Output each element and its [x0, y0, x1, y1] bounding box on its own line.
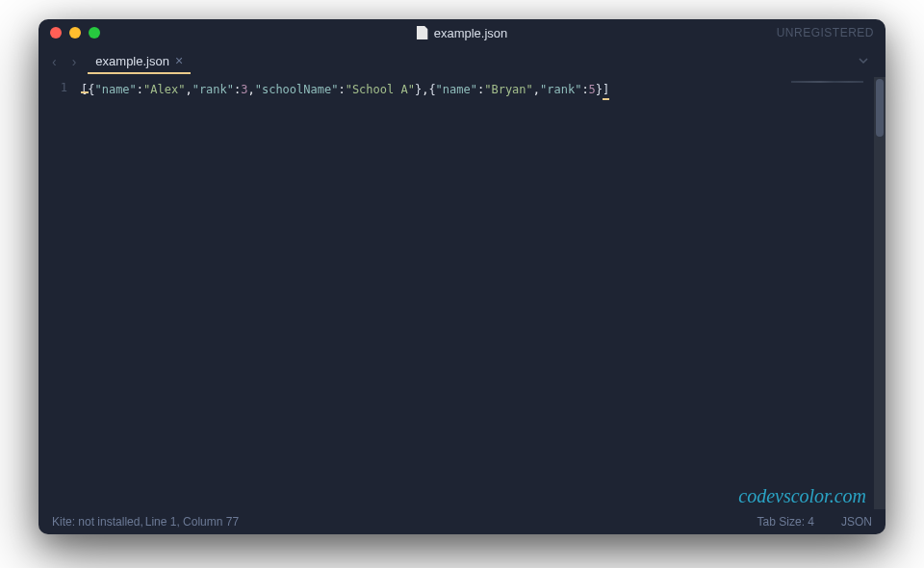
- code-token: "Alex": [143, 83, 185, 96]
- close-icon[interactable]: [50, 27, 62, 39]
- title-filename: example.json: [434, 26, 508, 40]
- line-start-marker: [81, 91, 89, 93]
- status-position[interactable]: Line 1, Column 77: [145, 515, 239, 529]
- nav-back-icon[interactable]: ‹: [48, 52, 61, 71]
- code-token: "name": [436, 83, 477, 96]
- minimap-line: [791, 81, 863, 83]
- code-line[interactable]: [{"name":"Alex","rank":3,"schoolName":"S…: [81, 81, 787, 100]
- maximize-icon[interactable]: [89, 27, 100, 39]
- code-token: ,: [247, 83, 254, 96]
- tab-dropdown-icon[interactable]: [857, 54, 876, 70]
- code-content[interactable]: [{"name":"Alex","rank":3,"schoolName":"S…: [81, 77, 787, 509]
- code-token: ]: [603, 81, 609, 100]
- code-token: "Bryan": [484, 83, 533, 96]
- status-right: Tab Size: 4 JSON: [757, 515, 872, 529]
- tabbar: ‹ › example.json ×: [38, 46, 886, 77]
- minimize-icon[interactable]: [69, 27, 81, 39]
- editor-window: example.json UNREGISTERED ‹ › example.js…: [38, 19, 886, 534]
- code-token: ,: [185, 83, 192, 96]
- traffic-lights: [50, 27, 100, 39]
- scrollbar-vertical[interactable]: [874, 77, 886, 509]
- status-syntax[interactable]: JSON: [841, 515, 872, 529]
- code-token: "School A": [346, 83, 415, 96]
- minimap[interactable]: [787, 77, 874, 509]
- nav-forward-icon[interactable]: ›: [68, 52, 81, 71]
- code-token: }: [596, 83, 603, 96]
- file-icon: [417, 26, 428, 39]
- tab-close-icon[interactable]: ×: [175, 54, 183, 67]
- status-left: Kite: not installed, Line 1, Column 77: [52, 515, 239, 529]
- code-token: "rank": [540, 83, 581, 96]
- code-token: "schoolName": [255, 83, 339, 96]
- code-token: ,: [533, 83, 540, 96]
- titlebar: example.json UNREGISTERED: [38, 19, 886, 46]
- code-token: :: [581, 83, 588, 96]
- gutter: 1: [38, 77, 81, 509]
- statusbar: Kite: not installed, Line 1, Column 77 T…: [38, 509, 886, 534]
- code-token: :: [137, 83, 143, 96]
- editor-area: 1 [{"name":"Alex","rank":3,"schoolName":…: [38, 77, 886, 509]
- code-token: :: [338, 83, 345, 96]
- scrollbar-thumb[interactable]: [876, 79, 884, 137]
- code-token: "rank": [192, 83, 234, 96]
- code-token: "name": [94, 83, 136, 96]
- tab-label: example.json: [95, 54, 169, 68]
- registration-status: UNREGISTERED: [777, 26, 874, 39]
- line-number: 1: [38, 81, 67, 94]
- code-token: {: [428, 83, 435, 96]
- status-tab-size[interactable]: Tab Size: 4: [757, 515, 814, 529]
- window-title: example.json: [417, 26, 508, 40]
- status-kite[interactable]: Kite: not installed,: [52, 515, 143, 529]
- code-token: 5: [589, 83, 596, 96]
- tab-active[interactable]: example.json ×: [88, 50, 191, 74]
